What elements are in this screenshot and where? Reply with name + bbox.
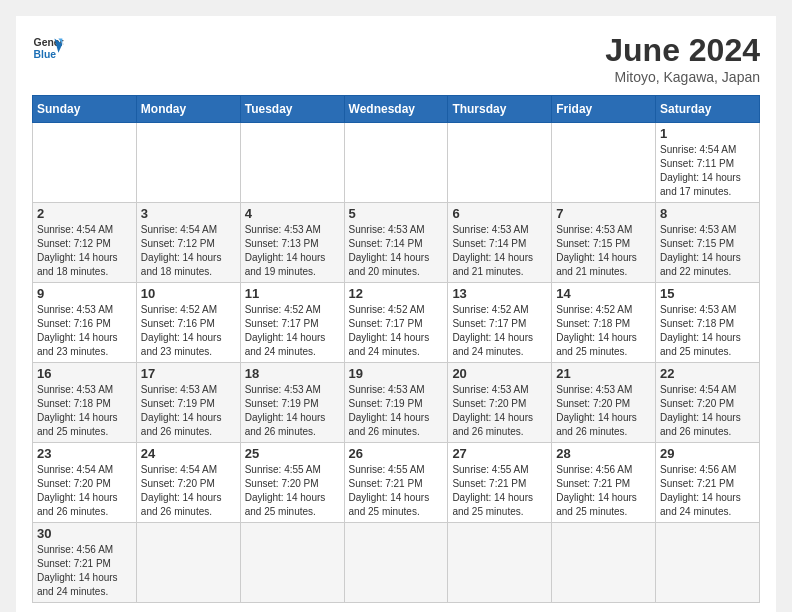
calendar-table: SundayMondayTuesdayWednesdayThursdayFrid… xyxy=(32,95,760,603)
day-number: 14 xyxy=(556,286,651,301)
day-info: Sunrise: 4:53 AM Sunset: 7:20 PM Dayligh… xyxy=(556,383,651,439)
logo: General Blue xyxy=(32,32,64,64)
day-info: Sunrise: 4:55 AM Sunset: 7:20 PM Dayligh… xyxy=(245,463,340,519)
calendar-cell xyxy=(656,523,760,603)
calendar-cell: 19Sunrise: 4:53 AM Sunset: 7:19 PM Dayli… xyxy=(344,363,448,443)
day-info: Sunrise: 4:53 AM Sunset: 7:18 PM Dayligh… xyxy=(37,383,132,439)
day-number: 2 xyxy=(37,206,132,221)
calendar-cell: 17Sunrise: 4:53 AM Sunset: 7:19 PM Dayli… xyxy=(136,363,240,443)
calendar-cell: 12Sunrise: 4:52 AM Sunset: 7:17 PM Dayli… xyxy=(344,283,448,363)
day-number: 29 xyxy=(660,446,755,461)
day-number: 7 xyxy=(556,206,651,221)
day-info: Sunrise: 4:52 AM Sunset: 7:17 PM Dayligh… xyxy=(452,303,547,359)
day-info: Sunrise: 4:54 AM Sunset: 7:11 PM Dayligh… xyxy=(660,143,755,199)
calendar-cell xyxy=(344,523,448,603)
location: Mitoyo, Kagawa, Japan xyxy=(605,69,760,85)
calendar-cell: 26Sunrise: 4:55 AM Sunset: 7:21 PM Dayli… xyxy=(344,443,448,523)
calendar-cell xyxy=(448,523,552,603)
day-info: Sunrise: 4:54 AM Sunset: 7:20 PM Dayligh… xyxy=(141,463,236,519)
day-number: 6 xyxy=(452,206,547,221)
day-number: 11 xyxy=(245,286,340,301)
calendar-cell: 18Sunrise: 4:53 AM Sunset: 7:19 PM Dayli… xyxy=(240,363,344,443)
calendar-cell: 16Sunrise: 4:53 AM Sunset: 7:18 PM Dayli… xyxy=(33,363,137,443)
calendar-cell: 9Sunrise: 4:53 AM Sunset: 7:16 PM Daylig… xyxy=(33,283,137,363)
calendar-cell xyxy=(552,523,656,603)
day-number: 16 xyxy=(37,366,132,381)
day-info: Sunrise: 4:53 AM Sunset: 7:20 PM Dayligh… xyxy=(452,383,547,439)
day-number: 30 xyxy=(37,526,132,541)
day-info: Sunrise: 4:55 AM Sunset: 7:21 PM Dayligh… xyxy=(452,463,547,519)
day-info: Sunrise: 4:52 AM Sunset: 7:18 PM Dayligh… xyxy=(556,303,651,359)
calendar-header-thursday: Thursday xyxy=(448,96,552,123)
calendar-header-monday: Monday xyxy=(136,96,240,123)
calendar-cell xyxy=(136,123,240,203)
calendar-cell xyxy=(448,123,552,203)
day-info: Sunrise: 4:54 AM Sunset: 7:20 PM Dayligh… xyxy=(37,463,132,519)
day-number: 19 xyxy=(349,366,444,381)
calendar-cell xyxy=(240,123,344,203)
day-number: 24 xyxy=(141,446,236,461)
calendar-cell xyxy=(33,123,137,203)
calendar-cell: 29Sunrise: 4:56 AM Sunset: 7:21 PM Dayli… xyxy=(656,443,760,523)
calendar-cell: 20Sunrise: 4:53 AM Sunset: 7:20 PM Dayli… xyxy=(448,363,552,443)
day-info: Sunrise: 4:53 AM Sunset: 7:16 PM Dayligh… xyxy=(37,303,132,359)
calendar-cell: 4Sunrise: 4:53 AM Sunset: 7:13 PM Daylig… xyxy=(240,203,344,283)
calendar-week-1: 2Sunrise: 4:54 AM Sunset: 7:12 PM Daylig… xyxy=(33,203,760,283)
page: General Blue June 2024 Mitoyo, Kagawa, J… xyxy=(16,16,776,612)
calendar-cell: 5Sunrise: 4:53 AM Sunset: 7:14 PM Daylig… xyxy=(344,203,448,283)
calendar-cell: 2Sunrise: 4:54 AM Sunset: 7:12 PM Daylig… xyxy=(33,203,137,283)
calendar-cell: 6Sunrise: 4:53 AM Sunset: 7:14 PM Daylig… xyxy=(448,203,552,283)
calendar-header-row: SundayMondayTuesdayWednesdayThursdayFrid… xyxy=(33,96,760,123)
day-info: Sunrise: 4:54 AM Sunset: 7:12 PM Dayligh… xyxy=(141,223,236,279)
day-number: 22 xyxy=(660,366,755,381)
day-number: 21 xyxy=(556,366,651,381)
calendar-cell: 11Sunrise: 4:52 AM Sunset: 7:17 PM Dayli… xyxy=(240,283,344,363)
calendar-week-3: 16Sunrise: 4:53 AM Sunset: 7:18 PM Dayli… xyxy=(33,363,760,443)
day-info: Sunrise: 4:54 AM Sunset: 7:12 PM Dayligh… xyxy=(37,223,132,279)
day-number: 17 xyxy=(141,366,236,381)
calendar-week-2: 9Sunrise: 4:53 AM Sunset: 7:16 PM Daylig… xyxy=(33,283,760,363)
day-info: Sunrise: 4:53 AM Sunset: 7:14 PM Dayligh… xyxy=(452,223,547,279)
day-number: 4 xyxy=(245,206,340,221)
calendar-week-4: 23Sunrise: 4:54 AM Sunset: 7:20 PM Dayli… xyxy=(33,443,760,523)
day-number: 9 xyxy=(37,286,132,301)
day-info: Sunrise: 4:53 AM Sunset: 7:15 PM Dayligh… xyxy=(556,223,651,279)
calendar-header-wednesday: Wednesday xyxy=(344,96,448,123)
day-number: 10 xyxy=(141,286,236,301)
calendar-header-friday: Friday xyxy=(552,96,656,123)
calendar-cell: 21Sunrise: 4:53 AM Sunset: 7:20 PM Dayli… xyxy=(552,363,656,443)
day-number: 5 xyxy=(349,206,444,221)
day-number: 27 xyxy=(452,446,547,461)
calendar-week-0: 1Sunrise: 4:54 AM Sunset: 7:11 PM Daylig… xyxy=(33,123,760,203)
header: General Blue June 2024 Mitoyo, Kagawa, J… xyxy=(32,32,760,85)
calendar-week-5: 30Sunrise: 4:56 AM Sunset: 7:21 PM Dayli… xyxy=(33,523,760,603)
day-info: Sunrise: 4:52 AM Sunset: 7:17 PM Dayligh… xyxy=(245,303,340,359)
calendar-cell: 24Sunrise: 4:54 AM Sunset: 7:20 PM Dayli… xyxy=(136,443,240,523)
day-number: 15 xyxy=(660,286,755,301)
day-number: 25 xyxy=(245,446,340,461)
calendar-header-sunday: Sunday xyxy=(33,96,137,123)
logo-icon: General Blue xyxy=(32,32,64,64)
day-info: Sunrise: 4:55 AM Sunset: 7:21 PM Dayligh… xyxy=(349,463,444,519)
day-info: Sunrise: 4:53 AM Sunset: 7:15 PM Dayligh… xyxy=(660,223,755,279)
calendar-header-tuesday: Tuesday xyxy=(240,96,344,123)
calendar-cell: 8Sunrise: 4:53 AM Sunset: 7:15 PM Daylig… xyxy=(656,203,760,283)
day-number: 1 xyxy=(660,126,755,141)
title-block: June 2024 Mitoyo, Kagawa, Japan xyxy=(605,32,760,85)
calendar-cell: 22Sunrise: 4:54 AM Sunset: 7:20 PM Dayli… xyxy=(656,363,760,443)
calendar-cell: 23Sunrise: 4:54 AM Sunset: 7:20 PM Dayli… xyxy=(33,443,137,523)
day-number: 12 xyxy=(349,286,444,301)
calendar-cell: 7Sunrise: 4:53 AM Sunset: 7:15 PM Daylig… xyxy=(552,203,656,283)
day-number: 20 xyxy=(452,366,547,381)
calendar-cell: 1Sunrise: 4:54 AM Sunset: 7:11 PM Daylig… xyxy=(656,123,760,203)
calendar-cell: 30Sunrise: 4:56 AM Sunset: 7:21 PM Dayli… xyxy=(33,523,137,603)
svg-text:Blue: Blue xyxy=(34,49,57,60)
calendar-cell: 25Sunrise: 4:55 AM Sunset: 7:20 PM Dayli… xyxy=(240,443,344,523)
day-info: Sunrise: 4:53 AM Sunset: 7:18 PM Dayligh… xyxy=(660,303,755,359)
day-info: Sunrise: 4:56 AM Sunset: 7:21 PM Dayligh… xyxy=(660,463,755,519)
calendar-cell: 3Sunrise: 4:54 AM Sunset: 7:12 PM Daylig… xyxy=(136,203,240,283)
calendar-cell xyxy=(240,523,344,603)
calendar-cell: 27Sunrise: 4:55 AM Sunset: 7:21 PM Dayli… xyxy=(448,443,552,523)
day-info: Sunrise: 4:56 AM Sunset: 7:21 PM Dayligh… xyxy=(556,463,651,519)
day-number: 8 xyxy=(660,206,755,221)
